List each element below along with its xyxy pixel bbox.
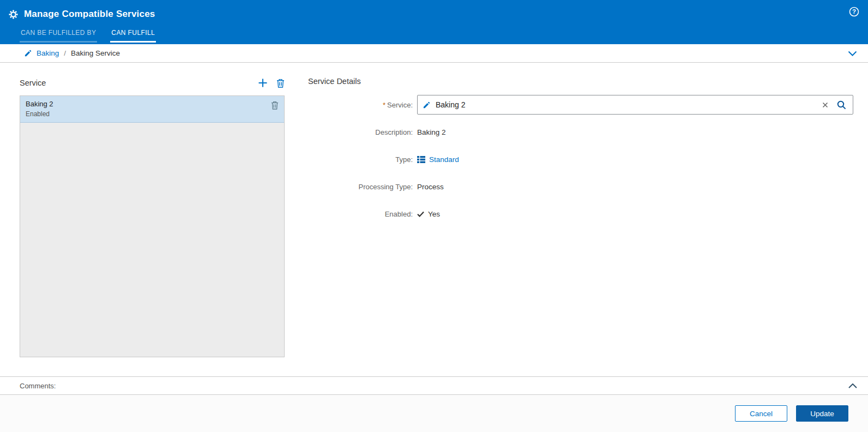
- service-row: *Service:: [308, 95, 853, 115]
- help-icon[interactable]: ?: [849, 7, 859, 17]
- list-item[interactable]: Baking 2 Enabled: [20, 96, 284, 123]
- clear-icon[interactable]: [822, 102, 828, 108]
- tab-can-be-fulfilled-by[interactable]: CAN BE FULFILLED BY: [20, 25, 97, 43]
- search-icon[interactable]: [837, 100, 846, 110]
- details-heading: Service Details: [308, 77, 853, 86]
- details-form: *Service:: [308, 95, 853, 224]
- tab-bar: CAN BE FULFILLED BY CAN FULFILL: [20, 25, 859, 43]
- enabled-label: Enabled:: [308, 210, 417, 218]
- chevron-up-icon[interactable]: [848, 383, 857, 388]
- header-title-row: Manage Compatible Services: [9, 7, 859, 22]
- tab-can-fulfill[interactable]: CAN FULFILL: [110, 25, 156, 43]
- enabled-row: Enabled: Yes: [308, 204, 853, 224]
- comments-bar[interactable]: Comments:: [0, 376, 868, 395]
- service-list: Baking 2 Enabled: [20, 95, 285, 357]
- breadcrumb-current: Baking Service: [71, 49, 120, 57]
- service-list-header: Service: [20, 77, 285, 89]
- svg-text:?: ?: [852, 8, 856, 15]
- chevron-down-icon[interactable]: [848, 51, 857, 56]
- processing-type-value: Process: [417, 183, 444, 191]
- type-value-link[interactable]: Standard: [429, 155, 459, 164]
- gear-icon: [9, 10, 18, 19]
- service-input[interactable]: [436, 100, 822, 109]
- page-title: Manage Compatible Services: [24, 9, 155, 20]
- processing-type-label: Processing Type:: [308, 183, 417, 191]
- description-value: Baking 2: [417, 128, 446, 136]
- header: Manage Compatible Services ? CAN BE FULF…: [0, 0, 868, 44]
- app-window: Manage Compatible Services ? CAN BE FULF…: [0, 0, 868, 432]
- service-list-heading: Service: [20, 79, 46, 87]
- service-label: *Service:: [308, 101, 417, 109]
- edit-pencil-icon: [423, 101, 431, 109]
- breadcrumb: Baking / Baking Service: [0, 44, 868, 63]
- update-button[interactable]: Update: [796, 405, 848, 422]
- row-delete-icon[interactable]: [271, 101, 279, 110]
- footer: Cancel Update: [0, 395, 868, 432]
- list-item-text: Baking 2 Enabled: [26, 100, 271, 118]
- enabled-value: Yes: [428, 210, 440, 218]
- cancel-button[interactable]: Cancel: [735, 405, 787, 422]
- type-label: Type:: [308, 155, 417, 164]
- service-list-panel: Service: [20, 63, 285, 376]
- breadcrumb-link-baking[interactable]: Baking: [37, 49, 59, 57]
- service-list-actions: [258, 78, 285, 88]
- type-row: Type: Standard: [308, 149, 853, 169]
- service-details-panel: Service Details *Service:: [308, 63, 853, 376]
- add-service-button[interactable]: [258, 78, 268, 88]
- service-label-text: Service:: [387, 101, 413, 109]
- list-item-status: Enabled: [26, 110, 271, 118]
- comments-label: Comments:: [20, 382, 56, 390]
- required-asterisk: *: [383, 101, 385, 109]
- description-row: Description: Baking 2: [308, 122, 853, 142]
- main-content: Service: [0, 63, 868, 376]
- breadcrumb-separator: /: [64, 49, 66, 57]
- description-label: Description:: [308, 128, 417, 136]
- grid-type-icon: [417, 156, 425, 163]
- check-icon: [417, 211, 424, 217]
- processing-type-row: Processing Type: Process: [308, 177, 853, 196]
- list-item-name: Baking 2: [26, 100, 271, 108]
- delete-service-button[interactable]: [276, 79, 285, 88]
- service-lookup-field[interactable]: [417, 95, 853, 115]
- edit-pencil-icon: [24, 49, 32, 57]
